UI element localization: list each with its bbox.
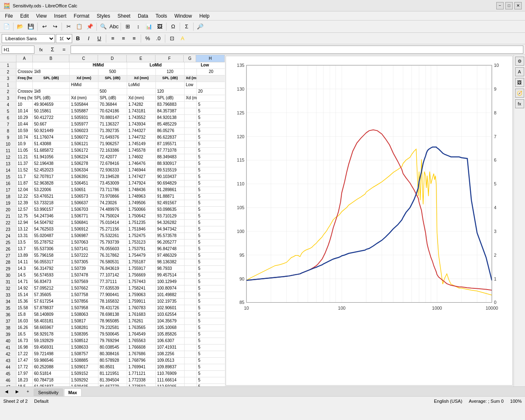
col-header-h[interactable]: H (196, 55, 225, 62)
cell[interactable]: 73.453009 (98, 180, 127, 187)
cell[interactable]: 17.47 (16, 358, 33, 364)
cell[interactable]: 74.23026 (98, 200, 127, 206)
cell[interactable]: 97.486329 (156, 253, 185, 259)
cell[interactable]: 1.758241 (127, 285, 156, 292)
cell[interactable]: 71.392735 (98, 128, 127, 134)
cell[interactable]: 5 (197, 246, 225, 252)
row-header[interactable]: 19 (0, 200, 16, 206)
cell[interactable]: 5 (197, 161, 225, 167)
row-header[interactable]: 22 (0, 220, 16, 226)
cell[interactable]: 1.506023 (70, 128, 98, 134)
row-header[interactable]: 44 (0, 364, 16, 370)
cell[interactable]: 98.136382 (156, 259, 185, 265)
cell[interactable]: 75.793739 (98, 240, 127, 246)
cell[interactable]: 10.59 (16, 128, 33, 134)
cell[interactable]: 5 (197, 115, 225, 121)
cell-a1[interactable] (16, 62, 33, 68)
cell[interactable]: 54.504792 (33, 220, 70, 226)
cell[interactable] (33, 82, 70, 88)
cell[interactable]: 20 (197, 89, 225, 95)
cell[interactable]: 58.929178 (33, 331, 70, 338)
cell[interactable]: Freq (hertz) (16, 95, 33, 101)
cell[interactable]: SPL (dB) (33, 95, 70, 101)
cell[interactable]: 5 (197, 141, 225, 147)
cell[interactable]: 1.506703 (70, 207, 98, 213)
cell[interactable]: 79.500645 (98, 331, 127, 338)
cell[interactable]: 75.010414 (98, 220, 127, 226)
cell[interactable]: Xd (mm) (127, 95, 156, 101)
cell[interactable]: 52.963828 (33, 180, 70, 187)
cell[interactable]: 88.930917 (156, 161, 185, 167)
cell[interactable]: 73.970866 (98, 194, 127, 200)
row-header[interactable]: 27 (0, 253, 16, 259)
cell[interactable]: 70.36844 (98, 102, 127, 108)
cell[interactable] (185, 148, 197, 154)
cell[interactable] (185, 351, 197, 357)
cell[interactable]: 79.769294 (98, 338, 127, 344)
cell[interactable]: 1.508757 (70, 351, 98, 357)
underline-button[interactable]: U (94, 34, 104, 43)
cell[interactable]: 76.580531 (98, 259, 127, 265)
row-header[interactable]: 16 (0, 180, 16, 187)
cell[interactable]: 86.622837 (156, 135, 185, 141)
cell[interactable]: 5 (197, 384, 225, 386)
cell[interactable]: 16.5 (16, 331, 33, 338)
cell[interactable] (185, 187, 197, 193)
cell[interactable]: 80.578928 (98, 358, 127, 364)
cell[interactable]: 1.506987 (70, 233, 98, 239)
cell[interactable] (185, 174, 197, 180)
scroll-tabs-right[interactable]: ▶ (12, 386, 22, 396)
cell-e1-merged[interactable]: LoMid (127, 62, 185, 68)
cell[interactable]: 59.192829 (33, 338, 70, 344)
cell[interactable]: 90.694829 (156, 180, 185, 187)
properties-button[interactable]: ⚙ (515, 57, 524, 66)
cell[interactable]: 10.9 (16, 141, 33, 147)
menu-item-format[interactable]: Format (71, 12, 93, 20)
cell[interactable]: 16.26 (16, 325, 33, 331)
styles-button[interactable]: A (515, 67, 524, 76)
cell[interactable]: 1.506391 (70, 174, 98, 180)
cell[interactable]: 52.196438 (33, 161, 70, 167)
cell[interactable] (185, 325, 197, 331)
cell[interactable]: 1.509435 (70, 384, 98, 386)
cell[interactable]: 5 (197, 233, 225, 239)
cell[interactable]: 50.412722 (33, 115, 70, 121)
row-header[interactable]: 17 (0, 187, 16, 193)
cell[interactable]: 1.507478 (70, 272, 98, 278)
cell[interactable]: 10.44 (16, 121, 33, 128)
find-button[interactable]: 🔍 (98, 22, 108, 32)
cell[interactable]: 74.489976 (98, 207, 127, 213)
row-header[interactable]: 32 (0, 285, 16, 292)
redo-button[interactable]: ↪ (50, 22, 60, 32)
cell[interactable]: 54.762503 (33, 226, 70, 233)
cell[interactable]: 1.747427 (127, 174, 156, 180)
cell[interactable]: 5 (197, 345, 225, 351)
cell[interactable] (185, 115, 197, 121)
cell[interactable]: 56.055317 (33, 259, 70, 265)
font-size-select[interactable]: 10 (56, 34, 72, 43)
cell[interactable] (185, 180, 197, 187)
cell-b2[interactable]: 1k8 (33, 69, 70, 75)
cell[interactable]: 1.748963 (127, 194, 156, 200)
cell[interactable]: 78.965085 (98, 318, 127, 324)
cell[interactable]: 5 (197, 194, 225, 200)
row-header[interactable]: 37 (0, 318, 16, 324)
cell[interactable]: 5 (197, 148, 225, 154)
cell[interactable]: 59.456931 (33, 345, 70, 351)
cell[interactable]: 1.509292 (70, 377, 98, 383)
cell[interactable] (185, 121, 197, 128)
bold-button[interactable]: B (73, 34, 83, 43)
cell[interactable]: 72.936333 (98, 167, 127, 173)
cell[interactable]: 1.743552 (127, 115, 156, 121)
cell[interactable]: 100.12949 (156, 279, 185, 285)
cell[interactable]: 1.506771 (70, 213, 98, 219)
sum-button[interactable]: Σ (182, 22, 192, 32)
row-header[interactable]: 30 (0, 272, 16, 278)
cell[interactable]: 12.57 (16, 207, 33, 213)
cell[interactable]: 1.766608 (127, 345, 156, 351)
cell[interactable] (98, 82, 127, 88)
cell[interactable]: 5 (197, 259, 225, 265)
cell[interactable]: 1.507856 (70, 299, 98, 305)
row-header[interactable]: 25 (0, 240, 16, 246)
cell-e3[interactable]: Xd (mm) (127, 75, 156, 82)
